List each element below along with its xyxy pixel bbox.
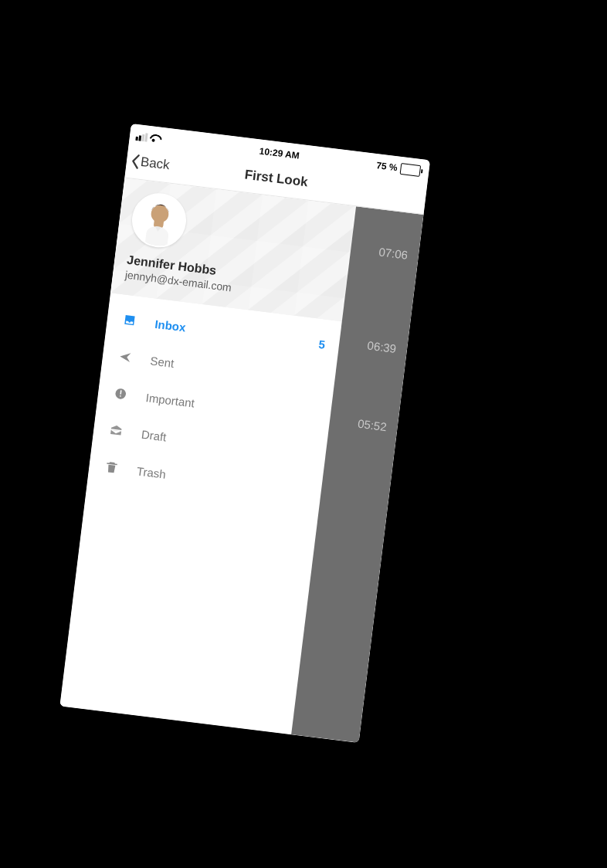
avatar-image — [131, 192, 188, 249]
back-button[interactable]: Back — [126, 152, 171, 175]
drawer-menu: Inbox 5 Sent Important — [86, 293, 342, 517]
important-icon — [111, 386, 130, 402]
menu-label: Draft — [141, 427, 167, 443]
trash-icon — [103, 459, 121, 476]
menu-label: Important — [145, 391, 195, 410]
list-time: 06:39 — [367, 338, 397, 354]
wifi-icon — [150, 132, 162, 144]
draft-icon — [107, 422, 125, 439]
back-label: Back — [140, 154, 171, 173]
phone-frame: 10:29 AM 75 % Back First Look — [59, 124, 430, 743]
menu-badge: 5 — [318, 337, 326, 351]
list-time: 07:06 — [378, 245, 409, 261]
avatar[interactable] — [129, 190, 189, 250]
menu-label: Inbox — [154, 317, 187, 334]
battery-percent: 75 % — [376, 160, 398, 173]
signal-icon — [135, 131, 148, 141]
svg-rect-4 — [120, 395, 121, 397]
battery-icon — [400, 162, 424, 176]
inbox-icon — [120, 312, 139, 328]
sent-icon — [116, 349, 134, 365]
list-time: 05:52 — [357, 417, 387, 433]
menu-label: Sent — [150, 354, 175, 370]
menu-label: Trash — [136, 464, 167, 480]
